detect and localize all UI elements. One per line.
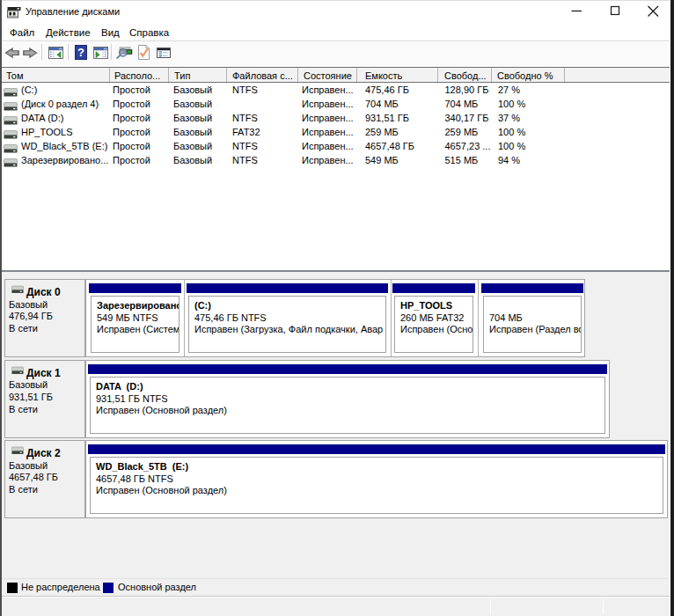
svg-text:?: ?	[77, 46, 84, 59]
